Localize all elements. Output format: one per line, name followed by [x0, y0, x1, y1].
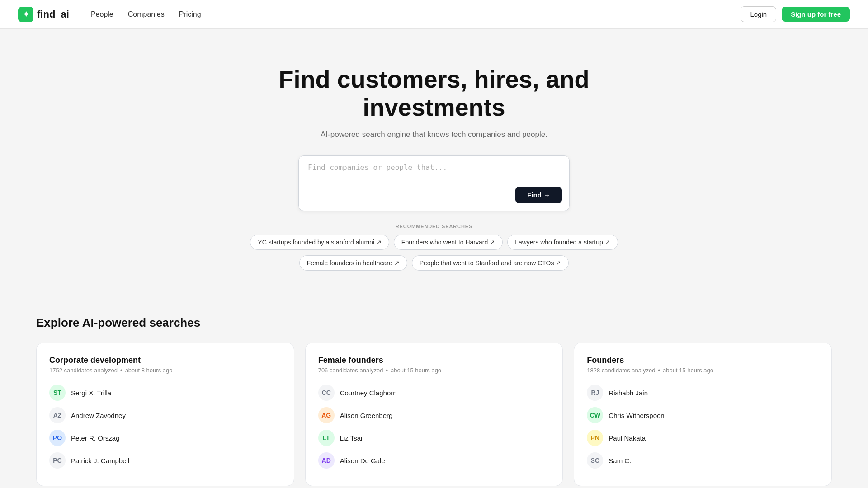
search-box: Find → [298, 155, 570, 211]
chips-row-1: YC startups founded by a stanford alumni… [250, 235, 618, 250]
person-name: Liz Tsai [340, 434, 363, 442]
person-row: ST Sergi X. Trilla [49, 385, 281, 401]
avatar: CW [587, 407, 603, 423]
search-input[interactable] [308, 163, 562, 181]
explore-card-founders[interactable]: Founders 1828 candidates analyzed•about … [574, 343, 832, 486]
avatar: RJ [587, 385, 603, 401]
search-footer: Find → [308, 187, 562, 203]
logo-icon: ✦ [18, 7, 33, 22]
chip-4[interactable]: People that went to Stanford and are now… [412, 255, 569, 271]
person-name: Paul Nakata [609, 434, 646, 442]
find-button[interactable]: Find → [515, 187, 562, 203]
recommended-searches: RECOMMENDED SEARCHES YC startups founded… [250, 224, 618, 271]
card-title: Founders [587, 356, 819, 365]
card-title: Female founders [318, 356, 550, 365]
avatar: AD [318, 452, 335, 469]
nav-pricing[interactable]: Pricing [179, 10, 201, 19]
logo[interactable]: ✦ find_ai [18, 7, 69, 22]
avatar: LT [318, 430, 335, 446]
card-meta: 706 candidates analyzed•about 15 hours a… [318, 367, 550, 374]
hero-subtext: AI-powered search engine that knows tech… [321, 130, 547, 139]
nav-companies[interactable]: Companies [128, 10, 165, 19]
chip-1[interactable]: Founders who went to Harvard ↗ [394, 235, 503, 250]
person-row: RJ Rishabh Jain [587, 385, 819, 401]
avatar: AZ [49, 407, 66, 423]
avatar: PO [49, 430, 66, 446]
card-meta: 1752 candidates analyzed•about 8 hours a… [49, 367, 281, 374]
chip-3[interactable]: Female founders in healthcare ↗ [299, 255, 407, 271]
explore-title: Explore AI-powered searches [36, 316, 832, 330]
chip-2[interactable]: Lawyers who founded a startup ↗ [507, 235, 618, 250]
avatar: ST [49, 385, 66, 401]
person-row: SC Sam C. [587, 452, 819, 469]
signup-button[interactable]: Sign up for free [782, 7, 850, 22]
card-meta: 1828 candidates analyzed•about 15 hours … [587, 367, 819, 374]
avatar: AG [318, 407, 335, 423]
person-name: Chris Witherspoon [609, 412, 664, 419]
recommended-label: RECOMMENDED SEARCHES [396, 224, 472, 229]
person-name: Andrew Zavodney [71, 412, 126, 419]
person-row: AD Alison De Gale [318, 452, 550, 469]
chip-0[interactable]: YC startups founded by a stanford alumni… [250, 235, 389, 250]
avatar: PN [587, 430, 603, 446]
person-name: Peter R. Orszag [71, 434, 120, 442]
cards-row: Corporate development 1752 candidates an… [36, 343, 832, 486]
person-row: CC Courtney Claghorn [318, 385, 550, 401]
person-row: CW Chris Witherspoon [587, 407, 819, 423]
person-name: Sergi X. Trilla [71, 389, 111, 397]
nav-actions: Login Sign up for free [741, 6, 850, 22]
person-name: Alison Greenberg [340, 412, 393, 419]
person-name: Patrick J. Campbell [71, 457, 129, 465]
person-name: Sam C. [609, 457, 631, 465]
person-row: PO Peter R. Orszag [49, 430, 281, 446]
avatar: SC [587, 452, 603, 469]
nav-links: People Companies Pricing [91, 10, 741, 19]
person-row: AG Alison Greenberg [318, 407, 550, 423]
person-name: Rishabh Jain [609, 389, 648, 397]
explore-card-female-founders[interactable]: Female founders 706 candidates analyzed•… [305, 343, 563, 486]
avatar: PC [49, 452, 66, 469]
hero-heading: Find customers, hires, and investments [278, 65, 589, 121]
nav-people[interactable]: People [91, 10, 113, 19]
brand-name: find_ai [37, 9, 69, 20]
person-row: AZ Andrew Zavodney [49, 407, 281, 423]
explore-card-corporate-development[interactable]: Corporate development 1752 candidates an… [36, 343, 294, 486]
login-button[interactable]: Login [741, 6, 776, 22]
person-row: PC Patrick J. Campbell [49, 452, 281, 469]
avatar: CC [318, 385, 335, 401]
chips-row-2: Female founders in healthcare ↗ People t… [299, 255, 569, 271]
explore-section: Explore AI-powered searches Corporate de… [0, 298, 868, 488]
person-row: PN Paul Nakata [587, 430, 819, 446]
navbar: ✦ find_ai People Companies Pricing Login… [0, 0, 868, 29]
person-row: LT Liz Tsai [318, 430, 550, 446]
person-name: Courtney Claghorn [340, 389, 397, 397]
hero-section: Find customers, hires, and investments A… [0, 29, 868, 298]
person-name: Alison De Gale [340, 457, 385, 465]
card-title: Corporate development [49, 356, 281, 365]
